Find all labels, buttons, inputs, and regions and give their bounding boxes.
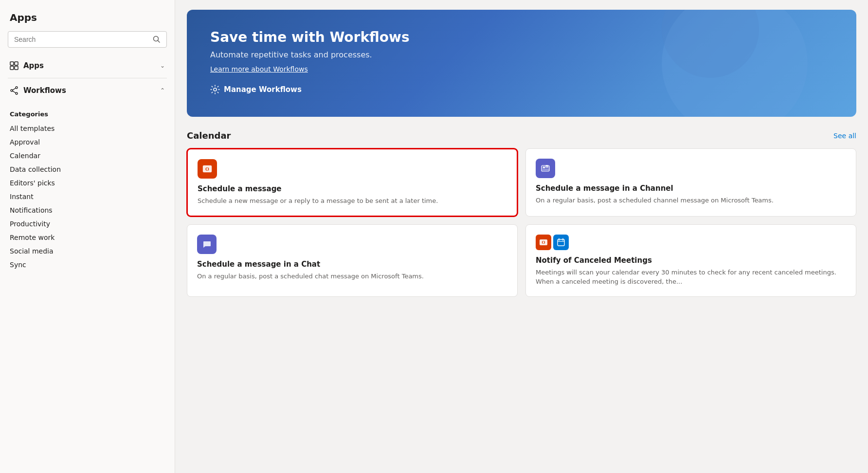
svg-point-16 bbox=[543, 166, 545, 168]
card-desc-chat: On a regular basis, post a scheduled cha… bbox=[197, 272, 507, 281]
svg-point-6 bbox=[16, 87, 18, 89]
card-desc-notify: Meetings will scan your calendar every 3… bbox=[536, 268, 846, 287]
search-icon bbox=[153, 36, 161, 43]
svg-rect-5 bbox=[15, 66, 18, 70]
apps-chevron-icon: ⌄ bbox=[160, 62, 165, 69]
category-editors-picks[interactable]: Editors' picks bbox=[10, 176, 165, 190]
category-instant[interactable]: Instant bbox=[10, 190, 165, 203]
card-title-notify: Notify of Canceled Meetings bbox=[536, 256, 846, 265]
card-schedule-message[interactable]: O Schedule a message Schedule a new mess… bbox=[187, 148, 518, 217]
category-productivity[interactable]: Productivity bbox=[10, 217, 165, 231]
svg-rect-22 bbox=[558, 239, 564, 246]
teams-chat-icon bbox=[201, 239, 212, 250]
office-small-icon: O bbox=[539, 238, 548, 247]
nav-apps-label: Apps bbox=[23, 61, 44, 70]
svg-line-10 bbox=[13, 91, 16, 93]
teams-icon: T bbox=[540, 163, 551, 174]
card-icon-teams-chat bbox=[197, 235, 217, 254]
card-title-channel: Schedule a message in a Channel bbox=[536, 184, 846, 193]
categories-heading: Categories bbox=[10, 110, 165, 118]
card-desc-schedule: Schedule a new message or a reply to a m… bbox=[198, 196, 507, 206]
section-title: Calendar bbox=[187, 130, 231, 141]
hero-title: Save time with Workflows bbox=[210, 29, 833, 45]
card-schedule-chat[interactable]: Schedule a message in a Chat On a regula… bbox=[187, 224, 518, 297]
workflows-chevron-icon: ⌃ bbox=[160, 87, 165, 94]
category-calendar[interactable]: Calendar bbox=[10, 149, 165, 163]
calendar-icon bbox=[557, 238, 565, 247]
category-notifications[interactable]: Notifications bbox=[10, 203, 165, 217]
card-title-schedule: Schedule a message bbox=[198, 184, 507, 193]
gear-icon bbox=[210, 85, 220, 94]
svg-line-9 bbox=[13, 88, 16, 90]
card-desc-channel: On a regular basis, post a scheduled cha… bbox=[536, 196, 846, 205]
hero-banner: Save time with Workflows Automate repeti… bbox=[187, 10, 856, 117]
card-icon-office: O bbox=[198, 159, 217, 179]
hero-subtitle: Automate repetitive tasks and processes. bbox=[210, 50, 833, 59]
card-icon-teams-channel: T bbox=[536, 159, 555, 178]
nav-item-workflows[interactable]: Workflows ⌃ bbox=[4, 80, 171, 101]
svg-line-1 bbox=[158, 41, 160, 43]
svg-text:O: O bbox=[205, 166, 209, 172]
card-title-chat: Schedule a message in a Chat bbox=[197, 260, 507, 269]
share-icon bbox=[10, 86, 18, 95]
sidebar-title: Apps bbox=[0, 0, 175, 31]
search-container bbox=[0, 31, 175, 55]
svg-rect-3 bbox=[15, 62, 18, 65]
main-content: Save time with Workflows Automate repeti… bbox=[175, 0, 868, 473]
svg-rect-2 bbox=[10, 62, 14, 65]
nav-item-apps[interactable]: Apps ⌄ bbox=[4, 55, 171, 76]
card-notify-canceled[interactable]: O Notify of Canceled Meetings Meetings w… bbox=[525, 224, 856, 297]
svg-rect-4 bbox=[10, 66, 14, 70]
category-remote-work[interactable]: Remote work bbox=[10, 231, 165, 244]
search-box[interactable] bbox=[8, 31, 167, 48]
category-sync[interactable]: Sync bbox=[10, 258, 165, 272]
svg-point-11 bbox=[214, 88, 217, 91]
office-icon: O bbox=[202, 164, 213, 174]
manage-workflows-button[interactable]: Manage Workflows bbox=[210, 85, 302, 94]
category-all-templates[interactable]: All templates bbox=[10, 122, 165, 135]
section-header: Calendar See all bbox=[187, 130, 856, 141]
see-all-link[interactable]: See all bbox=[833, 132, 856, 140]
learn-more-link[interactable]: Learn more about Workflows bbox=[210, 65, 833, 73]
category-social-media[interactable]: Social media bbox=[10, 244, 165, 258]
card-icon-dual: O bbox=[536, 235, 846, 250]
divider bbox=[8, 78, 167, 78]
nav-workflows-label: Workflows bbox=[23, 86, 66, 95]
card-schedule-channel[interactable]: T Schedule a message in a Channel On a r… bbox=[525, 148, 856, 217]
categories-section: Categories All templates Approval Calend… bbox=[0, 103, 175, 279]
manage-workflows-label: Manage Workflows bbox=[224, 85, 302, 94]
svg-text:O: O bbox=[542, 240, 545, 245]
search-input[interactable] bbox=[14, 36, 149, 43]
nav-section: Apps ⌄ Workflows ⌃ bbox=[0, 55, 175, 103]
category-approval[interactable]: Approval bbox=[10, 135, 165, 149]
grid-icon bbox=[10, 61, 18, 70]
cards-grid: O Schedule a message Schedule a new mess… bbox=[187, 148, 856, 297]
svg-point-7 bbox=[16, 92, 18, 94]
category-data-collection[interactable]: Data collection bbox=[10, 163, 165, 176]
sidebar: Apps Apps ⌄ bbox=[0, 0, 175, 473]
